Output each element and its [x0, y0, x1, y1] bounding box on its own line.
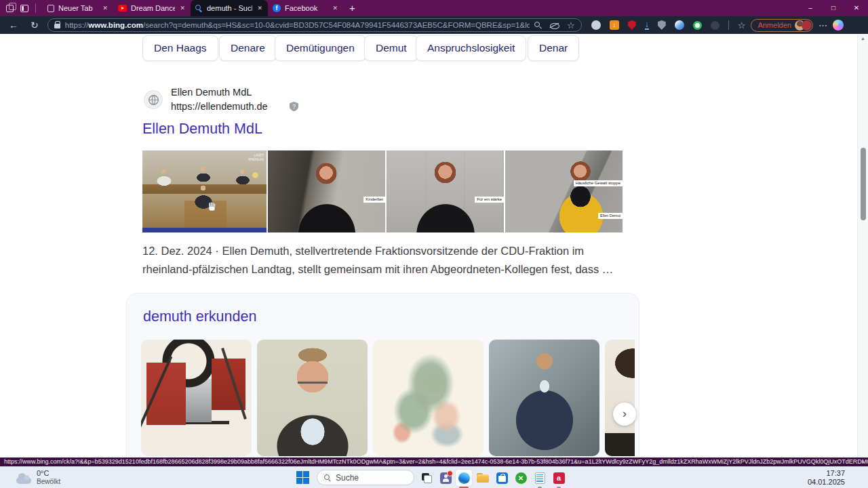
- notes-icon: [535, 472, 545, 484]
- privacy-shield-icon[interactable]: [658, 20, 666, 30]
- related-search-chip[interactable]: Denare: [219, 35, 277, 61]
- extension-circle-icon[interactable]: [591, 20, 601, 30]
- address-bar[interactable]: https://www.bing.com/search?q=demuth&qs=…: [47, 18, 582, 32]
- youtube-icon: [118, 5, 127, 12]
- page-scrollbar[interactable]: ▲: [857, 34, 868, 458]
- result-title-link[interactable]: Ellen Demuth MdL: [142, 121, 262, 138]
- scrollbar-thumb[interactable]: [861, 148, 866, 220]
- titlebar-left-controls: [0, 0, 43, 16]
- notes-line: [536, 474, 543, 476]
- tab-close-icon[interactable]: ✕: [332, 5, 338, 12]
- new-tab-button[interactable]: +: [343, 0, 361, 16]
- svg-text:?: ?: [292, 103, 296, 110]
- maximize-button[interactable]: □: [822, 0, 845, 16]
- titlebar: Neuer Tab ✕ Dream Dance - Best Of 15 Yea…: [0, 0, 868, 16]
- explore-thumbnail-partial[interactable]: [605, 340, 635, 456]
- globe-extension-icon[interactable]: [675, 20, 684, 30]
- link-status-bar: https://www.bing.com/ck/a?!&&p=b539329d1…: [0, 458, 868, 466]
- explore-title-link[interactable]: demuth erkunden: [143, 308, 256, 325]
- start-square: [296, 478, 302, 484]
- zoom-icon[interactable]: [534, 22, 542, 29]
- green-ring-extension-icon[interactable]: [693, 21, 702, 30]
- task-view-icon: [422, 473, 432, 483]
- xbox-icon: ✕: [515, 472, 527, 484]
- lock-icon[interactable]: [54, 24, 60, 28]
- result-site-url[interactable]: https://ellendemuth.de: [171, 101, 268, 112]
- teams-button[interactable]: [437, 470, 454, 486]
- workspaces-icon[interactable]: [6, 5, 14, 12]
- toolbar-divider: [728, 20, 729, 30]
- edge-button-active[interactable]: [456, 470, 472, 486]
- extension-orange-icon[interactable]: ↓: [610, 20, 619, 30]
- collections-icon[interactable]: ☆: [738, 21, 746, 30]
- tab-demuth-suchen-active[interactable]: demuth - Suchen ✕: [191, 0, 268, 16]
- copilot-icon[interactable]: [833, 20, 844, 30]
- back-button[interactable]: ←: [5, 16, 22, 34]
- start-button[interactable]: [296, 471, 309, 484]
- tab-actions-icon[interactable]: [20, 5, 28, 12]
- downloads-icon[interactable]: ↓: [645, 20, 649, 30]
- result-image-strip: LANDT RHEINLAN Kinderbet Für ein stärke …: [142, 150, 623, 232]
- globe-icon: [148, 94, 159, 106]
- explore-thumbnail-watercolor[interactable]: [373, 340, 484, 456]
- thumbnail-landtag-video[interactable]: LANDT RHEINLAN: [142, 150, 267, 232]
- favorite-star-icon[interactable]: ☆: [567, 21, 575, 30]
- refresh-button[interactable]: ↻: [27, 16, 42, 34]
- carousel-next-button[interactable]: ›: [613, 403, 636, 426]
- tab-title: Dream Dance - Best Of 15 Years -: [131, 4, 175, 12]
- explore-thumbnail-man-glasses[interactable]: [257, 340, 368, 456]
- thumbnail-caption: Kinderbet: [363, 197, 385, 203]
- task-view-button[interactable]: [418, 470, 435, 486]
- start-square: [303, 478, 309, 484]
- site-safety-shield-icon[interactable]: ?: [290, 102, 298, 114]
- new-tab-page-icon: [47, 5, 54, 12]
- minimize-button[interactable]: –: [799, 0, 822, 16]
- thumbnail-portrait-1[interactable]: Kinderbet: [268, 150, 385, 232]
- notes-line: [536, 476, 543, 478]
- result-site-name: Ellen Demuth MdL: [171, 87, 252, 98]
- thumbnail-portrait-3[interactable]: Häusliche Gewalt stoppe Ellen Demut: [505, 150, 623, 232]
- xbox-button[interactable]: ✕: [513, 470, 529, 486]
- tab-close-icon[interactable]: ✕: [102, 5, 108, 12]
- thumbnail-portrait-2[interactable]: Für ein stärke: [387, 150, 504, 232]
- bing-search-icon: [195, 5, 203, 12]
- taskbar-search-box[interactable]: Suche: [317, 470, 414, 485]
- related-search-chip[interactable]: Anspruchslosigkeit: [416, 35, 526, 61]
- scroll-up-arrow-icon[interactable]: ▲: [858, 36, 868, 41]
- tab-youtube-dream-dance[interactable]: Dream Dance - Best Of 15 Years - ✕: [113, 0, 191, 16]
- close-button[interactable]: ✕: [845, 0, 868, 16]
- file-explorer-button[interactable]: [475, 470, 491, 486]
- notes-app-button[interactable]: [532, 470, 548, 486]
- related-search-chip[interactable]: Den Haags: [142, 35, 218, 61]
- tab-facebook[interactable]: f Facebook ✕: [268, 0, 343, 16]
- anydesk-button[interactable]: a: [551, 470, 567, 486]
- microsoft-store-button[interactable]: [494, 470, 510, 486]
- titlebar-divider: [35, 3, 36, 13]
- related-search-chip[interactable]: Demütigungen: [275, 35, 366, 61]
- dark-extension-icon[interactable]: [711, 21, 719, 30]
- taskbar-clock[interactable]: 17:37 04.01.2025: [808, 469, 845, 487]
- tab-title: Neuer Tab: [58, 4, 98, 12]
- settings-more-icon[interactable]: ⋯: [818, 20, 827, 30]
- tracking-prevention-icon[interactable]: [550, 22, 559, 28]
- url-scheme: https://: [65, 21, 89, 29]
- tab-neuer-tab[interactable]: Neuer Tab ✕: [43, 0, 113, 16]
- windows-taskbar: 0°C Bewölkt Suche ✕ a 17:37 04.01.2025: [0, 466, 868, 488]
- explore-thumbnail-abstract-art[interactable]: [141, 340, 252, 456]
- search-icon: [324, 474, 331, 481]
- tab-close-icon[interactable]: ✕: [179, 5, 186, 12]
- sign-in-button[interactable]: Anmelden: [751, 19, 813, 32]
- avatar-badge-icon: [802, 20, 812, 30]
- antivirus-shield-icon[interactable]: [628, 20, 636, 30]
- related-search-chip[interactable]: Denar: [528, 35, 579, 61]
- status-link-url: https://www.bing.com/ck/a?!&&p=b539329d1…: [4, 458, 868, 465]
- facebook-icon: f: [273, 4, 281, 12]
- url-text[interactable]: https://www.bing.com/search?q=demuth&qs=…: [65, 21, 530, 29]
- address-bar-actions: ☆: [534, 21, 575, 30]
- weather-temperature: 0°C: [37, 469, 60, 478]
- explore-thumbnail-man-suit[interactable]: [489, 340, 599, 456]
- window-controls: – □ ✕: [799, 0, 868, 16]
- tab-close-icon[interactable]: ✕: [256, 5, 263, 12]
- weather-widget[interactable]: 0°C Bewölkt: [16, 469, 60, 486]
- related-search-chip[interactable]: Demut: [364, 35, 418, 61]
